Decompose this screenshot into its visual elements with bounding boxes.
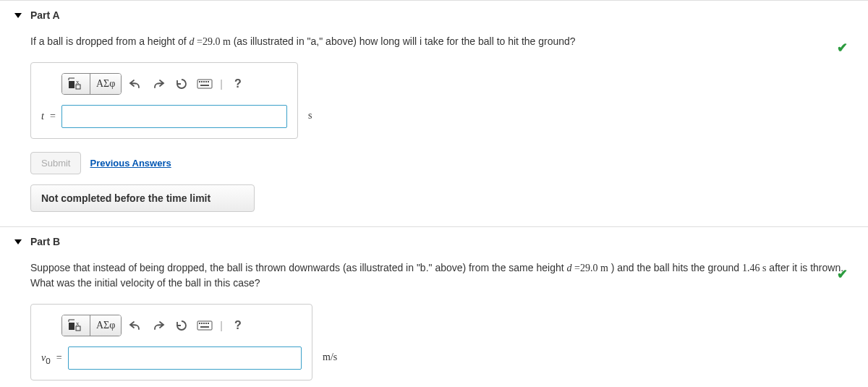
redo-button[interactable] — [149, 315, 168, 336]
undo-button[interactable] — [126, 315, 145, 336]
svg-rect-3 — [197, 80, 212, 88]
svg-rect-18 — [208, 323, 209, 324]
template-group: x ΑΣφ — [61, 73, 122, 95]
svg-rect-7 — [205, 81, 207, 82]
help-button[interactable]: ? — [229, 315, 247, 336]
part-a-header[interactable]: Part A — [0, 0, 868, 30]
reset-button[interactable] — [172, 315, 191, 336]
template-button[interactable]: x — [62, 74, 90, 94]
help-button[interactable]: ? — [229, 73, 247, 95]
unit-label: s — [308, 110, 312, 122]
q-tval: 1.46 s — [742, 263, 766, 273]
toolbar: x ΑΣφ | — [61, 73, 287, 95]
answer-input[interactable] — [68, 346, 302, 370]
greek-button[interactable]: ΑΣφ — [90, 315, 121, 336]
reset-button[interactable] — [172, 73, 191, 95]
actions: Submit Previous Answers — [30, 152, 854, 174]
submit-button[interactable]: Submit — [30, 152, 81, 174]
caret-down-icon — [14, 13, 22, 18]
q-eq: = — [194, 36, 202, 47]
input-row: v0 = — [41, 346, 302, 370]
template-group: x ΑΣφ — [61, 315, 122, 336]
check-icon: ✔ — [837, 40, 848, 56]
q-text: Suppose that instead of being dropped, t… — [30, 262, 566, 273]
q-val: 29.0 m — [580, 263, 608, 273]
equals: = — [56, 352, 62, 364]
keyboard-button[interactable] — [195, 315, 214, 336]
svg-rect-6 — [203, 81, 205, 82]
answer-box: x ΑΣφ | — [30, 62, 298, 139]
status-message: Not completed before the time limit — [30, 184, 255, 212]
previous-answers-link[interactable]: Previous Answers — [90, 158, 171, 169]
part-b-header[interactable]: Part B — [0, 226, 868, 256]
q-val: 29.0 m — [203, 36, 231, 47]
svg-rect-5 — [201, 81, 203, 82]
answer-input[interactable] — [61, 105, 287, 128]
variable-label: t — [41, 111, 44, 122]
undo-button[interactable] — [126, 73, 145, 95]
svg-rect-15 — [201, 323, 203, 324]
template-button[interactable]: x — [62, 315, 90, 336]
variable-label: v0 — [41, 352, 51, 365]
toolbar: x ΑΣφ | — [61, 315, 302, 336]
part-title: Part A — [30, 9, 60, 21]
answer-box: x ΑΣφ | — [30, 304, 312, 380]
caret-down-icon — [14, 239, 22, 244]
svg-rect-0 — [69, 81, 75, 88]
unit-label: m/s — [323, 352, 337, 363]
question-text: If a ball is dropped from a height of d … — [30, 34, 854, 49]
svg-rect-17 — [205, 323, 207, 324]
input-row: t = — [41, 105, 287, 128]
keyboard-button[interactable] — [195, 73, 214, 95]
svg-rect-14 — [199, 323, 200, 324]
svg-rect-19 — [200, 326, 209, 328]
greek-button[interactable]: ΑΣφ — [90, 74, 121, 94]
svg-rect-9 — [200, 85, 209, 86]
equals: = — [50, 111, 56, 122]
svg-rect-8 — [208, 81, 209, 82]
svg-rect-16 — [203, 323, 205, 324]
redo-button[interactable] — [149, 73, 168, 95]
svg-rect-4 — [199, 81, 200, 82]
part-b-body: ✔ Suppose that instead of being dropped,… — [0, 260, 868, 387]
q-text2: ) and the ball hits the ground — [608, 262, 742, 273]
svg-rect-10 — [69, 323, 75, 330]
q-eq: = — [571, 263, 579, 273]
q-text: If a ball is dropped from a height of — [30, 35, 189, 47]
part-a-body: ✔ If a ball is dropped from a height of … — [0, 34, 868, 226]
part-title: Part B — [30, 236, 60, 247]
question-text: Suppose that instead of being dropped, t… — [30, 260, 854, 291]
separator: | — [218, 78, 224, 90]
q-text2: (as illustrated in "a," above) how long … — [231, 35, 576, 47]
check-icon: ✔ — [837, 266, 848, 282]
svg-rect-13 — [197, 321, 212, 330]
separator: | — [218, 320, 224, 331]
var-sub: 0 — [46, 355, 50, 365]
